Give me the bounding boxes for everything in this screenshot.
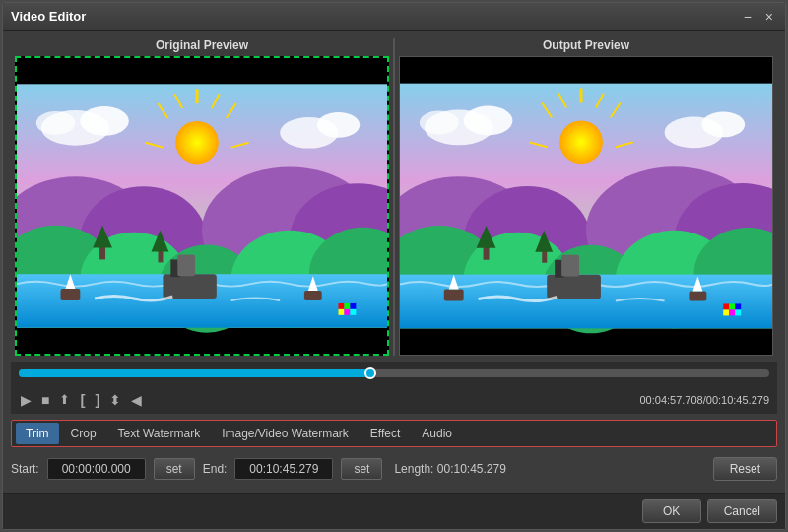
original-preview-panel: Original Preview: [11, 38, 393, 356]
svg-point-54: [701, 112, 745, 138]
stop-button[interactable]: ■: [39, 390, 51, 410]
svg-point-13: [317, 112, 361, 138]
timeline-bar-container[interactable]: [19, 369, 769, 385]
svg-rect-78: [735, 303, 741, 309]
time-display: 00:04:57.708/00:10:45.279: [639, 394, 769, 406]
tab-image-video-watermark[interactable]: Image/Video Watermark: [212, 423, 359, 444]
svg-rect-28: [163, 274, 216, 299]
prev-frame-button[interactable]: ◀: [129, 390, 144, 410]
original-preview-label: Original Preview: [15, 38, 389, 52]
title-bar: Video Editor − ×: [3, 3, 785, 31]
start-label: Start:: [11, 462, 39, 476]
tab-crop[interactable]: Crop: [61, 423, 106, 444]
set-start-button[interactable]: set: [154, 458, 195, 480]
svg-rect-80: [729, 309, 735, 315]
svg-rect-71: [561, 255, 579, 277]
svg-rect-30: [177, 254, 195, 276]
svg-rect-79: [723, 309, 729, 315]
output-preview-label: Output Preview: [399, 38, 773, 52]
end-input[interactable]: [234, 458, 333, 480]
edit-controls: Start: set End: set Length: 00:10:45.279…: [11, 453, 777, 485]
svg-point-51: [464, 106, 513, 136]
svg-rect-31: [61, 289, 81, 300]
svg-rect-40: [350, 309, 356, 315]
timeline-progress: [19, 369, 371, 377]
original-preview-video: [15, 56, 389, 356]
svg-rect-37: [350, 303, 356, 309]
tab-audio[interactable]: Audio: [412, 423, 462, 444]
svg-rect-81: [735, 309, 741, 315]
start-input[interactable]: [47, 458, 146, 480]
svg-rect-72: [444, 290, 464, 301]
output-scene-svg: [400, 57, 772, 355]
window-controls: − ×: [740, 9, 777, 25]
content-area: Original Preview: [3, 31, 785, 493]
output-preview-video: [399, 56, 773, 356]
cancel-button[interactable]: Cancel: [707, 499, 777, 523]
timeline-area: ▶ ■ ⬆ [ ] ⬍ ◀ 00:04:57.708/00:10:45.279: [11, 362, 777, 414]
svg-rect-77: [729, 303, 735, 309]
preview-section: Original Preview: [11, 38, 777, 356]
svg-rect-74: [689, 292, 706, 301]
svg-rect-69: [547, 275, 601, 299]
svg-point-11: [36, 111, 76, 135]
tab-effect[interactable]: Effect: [361, 423, 410, 444]
timeline-thumb[interactable]: [364, 367, 376, 379]
window-title: Video Editor: [11, 9, 740, 24]
minimize-button[interactable]: −: [740, 9, 755, 25]
svg-point-1: [175, 121, 219, 165]
flip-button[interactable]: ⬍: [107, 390, 123, 410]
svg-rect-35: [339, 303, 345, 309]
timeline-track[interactable]: [19, 369, 769, 377]
svg-point-42: [559, 120, 603, 164]
original-scene-svg: [17, 58, 387, 354]
ok-button[interactable]: OK: [642, 499, 701, 523]
set-end-button[interactable]: set: [341, 458, 382, 480]
tab-trim[interactable]: Trim: [16, 423, 59, 444]
svg-point-10: [80, 106, 128, 136]
end-label: End:: [203, 462, 228, 476]
output-preview-panel: Output Preview: [395, 38, 777, 356]
tab-text-watermark[interactable]: Text Watermark: [108, 423, 211, 444]
bottom-bar: OK Cancel: [3, 493, 785, 529]
reset-button[interactable]: Reset: [713, 457, 777, 481]
play-button[interactable]: ▶: [19, 390, 33, 410]
svg-rect-38: [339, 309, 345, 315]
svg-rect-36: [344, 303, 350, 309]
svg-rect-39: [344, 309, 350, 315]
close-button[interactable]: ×: [761, 9, 777, 25]
video-editor-window: Video Editor − × Original Preview: [2, 2, 786, 530]
bracket-open-button[interactable]: [: [78, 389, 87, 410]
svg-rect-33: [304, 291, 322, 300]
length-display: Length: 00:10:45.279: [394, 462, 505, 476]
svg-rect-76: [723, 303, 729, 309]
timeline-controls: ▶ ■ ⬆ [ ] ⬍ ◀ 00:04:57.708/00:10:45.279: [19, 389, 769, 410]
bracket-close-button[interactable]: ]: [93, 389, 101, 410]
tabs-section: Trim Crop Text Watermark Image/Video Wat…: [11, 420, 777, 447]
export-button[interactable]: ⬆: [57, 390, 72, 409]
svg-point-52: [420, 111, 459, 135]
